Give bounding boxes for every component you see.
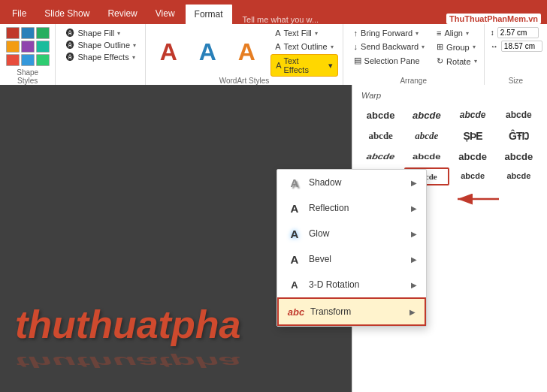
height-input[interactable]	[497, 27, 539, 38]
wordart-letter-orange[interactable]: A	[228, 38, 264, 66]
shadow-label: Shadow	[309, 177, 405, 188]
style-swatch-9[interactable]	[36, 54, 50, 66]
ribbon: File Slide Show Review View Format Tell …	[0, 0, 547, 89]
text-effects-icon: A	[276, 61, 281, 70]
dropdown-transform[interactable]: abc Transform ▶	[277, 297, 426, 326]
glow-icon: A	[286, 225, 303, 242]
style-swatch-4[interactable]	[6, 41, 20, 53]
selection-pane-icon: ▤	[354, 56, 361, 65]
rotate-icon: ↻	[437, 56, 443, 66]
width-input[interactable]	[501, 41, 542, 52]
send-backward-btn[interactable]: ↓ Send Backward ▾	[349, 41, 430, 53]
shape-outline-arrow: ▾	[133, 42, 136, 49]
tab-file[interactable]: File	[3, 3, 35, 24]
search-bar[interactable]: Tell me what you w...	[243, 15, 319, 24]
main-content: thuthuatpha thuthuatpha A Shadow ▶ A Ref…	[0, 85, 547, 392]
gallery-item-12[interactable]: abcde	[497, 147, 541, 166]
wordart-label: WordArt Styles	[150, 77, 337, 85]
transform-icon: abc	[288, 303, 304, 320]
bevel-label: Bevel	[309, 254, 405, 264]
tab-slideshow[interactable]: Slide Show	[35, 3, 98, 24]
arrange-label: Arrange	[349, 77, 478, 85]
selection-pane-btn[interactable]: ▤ Selection Pane	[349, 54, 430, 67]
dropdown-3d-rotation[interactable]: A 3-D Rotation ▶	[277, 272, 426, 297]
fill-icon: 🅐	[66, 29, 74, 38]
style-swatch-6[interactable]	[36, 41, 50, 53]
outline-icon: 🅐	[66, 41, 74, 50]
gallery-item-5[interactable]: abcde	[358, 126, 403, 146]
gallery-item-16[interactable]: abcde	[497, 167, 541, 185]
style-swatch-1[interactable]	[6, 27, 20, 39]
transform-arrow: ▶	[409, 308, 416, 316]
3d-rotation-icon: A	[286, 276, 302, 293]
bring-forward-icon: ↑	[354, 29, 358, 38]
wordart-group: A A A A Text Fill ▾ A Text Outline ▾	[146, 24, 343, 88]
style-swatch-7[interactable]	[6, 54, 20, 66]
shape-format-group: 🅐 Shape Fill ▾ 🅐 Shape Outline ▾ 🅐 Shape…	[56, 24, 146, 88]
shape-fill-arrow: ▾	[117, 30, 120, 37]
bevel-arrow: ▶	[411, 255, 417, 264]
style-swatch-3[interactable]	[36, 27, 50, 39]
style-swatch-8[interactable]	[21, 54, 35, 66]
bevel-icon: A	[286, 251, 303, 267]
shape-styles-group: Shape Styles	[0, 24, 56, 88]
text-effects-btn[interactable]: A Text Effects ▾	[270, 54, 337, 77]
shadow-icon: A	[286, 174, 303, 191]
gallery-item-4[interactable]: abcde	[497, 106, 541, 125]
tab-format[interactable]: Format	[184, 3, 234, 24]
gallery-item-8[interactable]: ĜŦŊ	[497, 126, 541, 146]
effects-icon: 🅐	[66, 53, 74, 62]
arrange-group: ↑ Bring Forward ▾ ↓ Send Backward ▾ ▤ Se…	[343, 24, 485, 88]
gallery-warp-label: Warp	[355, 88, 544, 103]
3d-rotation-label: 3-D Rotation	[309, 279, 405, 290]
height-label: ↕	[491, 29, 494, 37]
shape-effects-btn[interactable]: 🅐 Shape Effects ▾	[62, 51, 139, 63]
gallery-item-7[interactable]: ȘÞE	[451, 126, 495, 146]
glow-arrow: ▶	[411, 230, 417, 238]
reflection-label: Reflection	[309, 203, 405, 213]
slide-watermark-text: thuthuatpha	[15, 302, 240, 347]
size-label: Size	[491, 75, 541, 85]
dropdown-glow[interactable]: A Glow ▶	[277, 221, 426, 246]
tab-view[interactable]: View	[147, 3, 184, 24]
text-outline-icon: A	[275, 42, 280, 51]
text-fill-icon: A	[275, 29, 280, 38]
selection-arrow	[446, 188, 506, 210]
shape-styles-label: Shape Styles	[6, 67, 49, 85]
gallery-item-11[interactable]: abcde	[451, 147, 495, 166]
send-backward-icon: ↓	[354, 42, 358, 51]
branding: ThuThuatPhanMem.vn	[446, 14, 541, 24]
gallery-item-10[interactable]: abcde	[403, 149, 450, 164]
dropdown-shadow[interactable]: A Shadow ▶	[277, 170, 426, 195]
shape-fill-btn[interactable]: 🅐 Shape Fill ▾	[62, 27, 139, 39]
gallery-item-2[interactable]: abcde	[404, 106, 449, 125]
group-btn[interactable]: ⊞ Group ▾	[432, 41, 481, 53]
text-outline-btn[interactable]: A Text Outline ▾	[270, 41, 337, 53]
gallery-item-3[interactable]: abcde	[451, 106, 495, 125]
gallery-item-6[interactable]: abcde	[404, 126, 449, 146]
rotate-btn[interactable]: ↻ Rotate ▾	[432, 55, 481, 68]
reflection-icon: A	[286, 200, 303, 216]
tab-review[interactable]: Review	[98, 3, 146, 24]
gallery-item-9[interactable]: abcde	[357, 149, 404, 164]
align-btn[interactable]: ≡ Align ▾	[432, 27, 481, 39]
text-effects-dropdown: A Shadow ▶ A Reflection ▶ A Glow ▶ A Bev…	[277, 169, 427, 327]
gallery-item-1[interactable]: abcde	[358, 106, 403, 125]
text-fill-btn[interactable]: A Text Fill ▾	[270, 27, 337, 39]
transform-label: Transform	[310, 306, 403, 317]
wordart-letter-blue[interactable]: A	[189, 38, 225, 66]
wordart-letter-red[interactable]: A	[150, 38, 186, 66]
style-swatch-2[interactable]	[21, 27, 35, 39]
bring-forward-btn[interactable]: ↑ Bring Forward ▾	[349, 27, 430, 39]
dropdown-bevel[interactable]: A Bevel ▶	[277, 246, 426, 272]
style-swatch-5[interactable]	[21, 41, 35, 53]
shape-outline-btn[interactable]: 🅐 Shape Outline ▾	[62, 39, 139, 51]
slide-watermark-reflection: thuthuatpha	[15, 353, 240, 371]
gallery-item-15[interactable]: abcde	[451, 167, 495, 185]
shape-effects-arrow: ▾	[132, 54, 135, 61]
ribbon-body: Shape Styles 🅐 Shape Fill ▾ 🅐 Shape Outl…	[0, 24, 547, 89]
shadow-arrow: ▶	[411, 179, 417, 187]
align-icon: ≡	[437, 29, 441, 38]
dropdown-reflection[interactable]: A Reflection ▶	[277, 195, 426, 221]
size-group: ↕ ↔ Size	[485, 24, 547, 88]
